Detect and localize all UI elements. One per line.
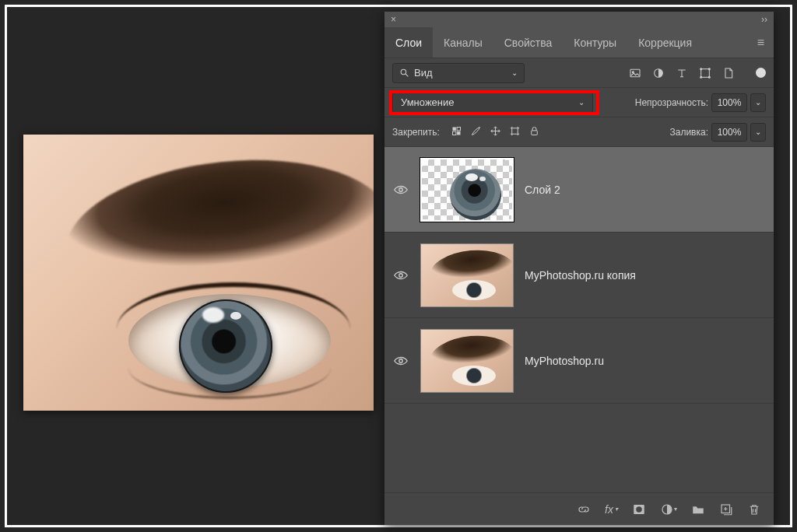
tab-paths[interactable]: Контуры xyxy=(563,27,627,58)
svg-point-7 xyxy=(708,68,710,69)
chevron-down-icon: ⌄ xyxy=(578,98,585,107)
search-icon xyxy=(399,68,409,78)
blend-mode-row: Умножение ⌄ Непрозрачность: 100% ⌄ xyxy=(384,88,774,117)
lock-row: Закрепить: Заливка: 100% ⌄ xyxy=(384,117,774,147)
filter-shape-icon[interactable] xyxy=(698,66,712,80)
panel-titlebar: × ›› xyxy=(384,12,774,27)
svg-rect-2 xyxy=(630,69,640,76)
opacity-value-input[interactable]: 100% xyxy=(711,93,747,112)
panel-footer: fx▾ ▾ xyxy=(384,492,774,525)
visibility-toggle[interactable] xyxy=(392,356,409,366)
document-canvas[interactable] xyxy=(23,135,374,411)
delete-layer-icon[interactable] xyxy=(747,502,761,516)
svg-point-16 xyxy=(399,187,403,191)
new-layer-icon[interactable] xyxy=(719,502,733,516)
layers-panel: × ›› Слои Каналы Свойства Контуры Коррек… xyxy=(384,12,774,525)
layer-filter-row: Вид ⌄ xyxy=(384,58,774,88)
svg-point-18 xyxy=(399,359,403,362)
lock-transparent-icon[interactable] xyxy=(451,125,462,139)
blend-mode-value: Умножение xyxy=(401,96,454,108)
filter-smartobj-icon[interactable] xyxy=(722,66,736,80)
tab-channels[interactable]: Каналы xyxy=(433,27,493,58)
filter-icon-group xyxy=(628,66,766,80)
filter-toggle-switch[interactable] xyxy=(756,68,766,78)
tab-adjustments[interactable]: Коррекция xyxy=(627,27,703,58)
chevron-down-icon: ⌄ xyxy=(511,68,518,77)
svg-rect-10 xyxy=(452,127,455,130)
lock-label: Закрепить: xyxy=(392,127,440,138)
panel-tabs: Слои Каналы Свойства Контуры Коррекция ≡ xyxy=(384,27,774,58)
link-layers-icon[interactable] xyxy=(577,502,591,516)
svg-point-6 xyxy=(700,68,702,69)
layer-thumbnail[interactable] xyxy=(420,243,514,307)
lock-brush-icon[interactable] xyxy=(470,125,482,139)
fill-label: Заливка: xyxy=(669,127,708,138)
svg-rect-13 xyxy=(457,131,460,135)
visibility-toggle[interactable] xyxy=(392,271,409,280)
lock-artboard-icon[interactable] xyxy=(509,125,521,139)
filter-pixel-icon[interactable] xyxy=(628,66,642,80)
layer-name-label[interactable]: MyPhotoshop.ru копия xyxy=(525,269,636,282)
svg-rect-14 xyxy=(512,128,518,134)
add-mask-icon[interactable] xyxy=(632,502,646,516)
new-adjustment-icon[interactable]: ▾ xyxy=(660,502,677,516)
tab-properties[interactable]: Свойства xyxy=(493,27,563,58)
filter-type-icon[interactable] xyxy=(675,66,689,80)
opacity-dropdown-button[interactable]: ⌄ xyxy=(750,93,766,112)
svg-point-8 xyxy=(700,76,702,78)
layer-thumbnail[interactable] xyxy=(420,158,514,222)
fill-group: Заливка: 100% ⌄ xyxy=(669,123,766,142)
collapse-icon[interactable]: ›› xyxy=(761,14,767,25)
svg-rect-5 xyxy=(701,68,710,77)
opacity-label: Непрозрачность: xyxy=(635,97,708,108)
panel-menu-icon[interactable]: ≡ xyxy=(748,36,774,50)
opacity-group: Непрозрачность: 100% ⌄ xyxy=(635,93,766,112)
fill-value-input[interactable]: 100% xyxy=(711,123,747,142)
layer-name-label[interactable]: MyPhotoshop.ru xyxy=(525,355,604,367)
layer-row[interactable]: Слой 2 xyxy=(384,147,774,233)
visibility-toggle[interactable] xyxy=(392,185,409,194)
svg-rect-11 xyxy=(457,127,460,130)
layer-style-icon[interactable]: fx▾ xyxy=(605,503,618,516)
tab-layers[interactable]: Слои xyxy=(384,27,433,58)
svg-line-1 xyxy=(406,74,408,76)
layer-row[interactable]: MyPhotoshop.ru xyxy=(384,318,774,404)
filter-type-label: Вид xyxy=(414,67,433,79)
svg-rect-12 xyxy=(452,131,455,135)
close-icon[interactable]: × xyxy=(391,14,396,25)
layer-name-label[interactable]: Слой 2 xyxy=(525,184,560,196)
fill-dropdown-button[interactable]: ⌄ xyxy=(750,123,766,142)
lock-move-icon[interactable] xyxy=(490,125,501,139)
lock-all-icon[interactable] xyxy=(528,125,540,139)
svg-point-9 xyxy=(708,76,710,78)
filter-adjust-icon[interactable] xyxy=(651,66,665,80)
svg-rect-15 xyxy=(532,130,538,135)
svg-point-0 xyxy=(401,69,406,75)
layer-list: Слой 2 MyPhotoshop.ru копия MyPhotoshop.… xyxy=(384,147,774,492)
svg-point-20 xyxy=(636,506,642,513)
new-group-icon[interactable] xyxy=(691,502,705,516)
svg-point-17 xyxy=(399,273,403,277)
filter-type-dropdown[interactable]: Вид ⌄ xyxy=(392,63,525,83)
layer-row[interactable]: MyPhotoshop.ru копия xyxy=(384,233,774,318)
blend-mode-dropdown[interactable]: Умножение ⌄ xyxy=(392,93,593,113)
layer-thumbnail[interactable] xyxy=(420,329,514,393)
